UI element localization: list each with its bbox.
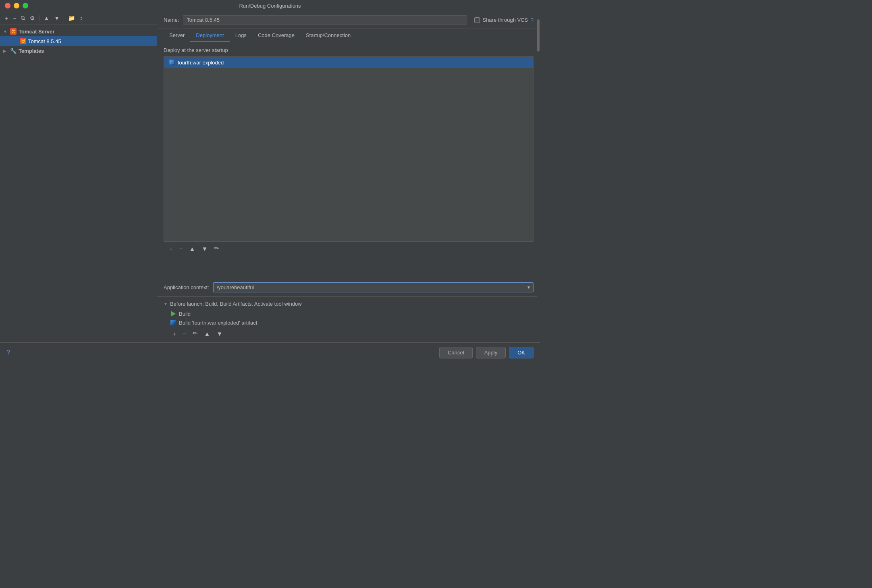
context-input[interactable] (214, 283, 524, 292)
context-dropdown-button[interactable]: ▼ (524, 284, 533, 291)
before-launch-label: Before launch: Build, Build Artifacts, A… (170, 301, 302, 307)
tab-code-coverage[interactable]: Code Coverage (252, 29, 300, 42)
remove-config-button[interactable]: − (11, 14, 18, 22)
tree-group-templates[interactable]: ▶ 🔧 Templates (0, 46, 157, 56)
templates-arrow: ▶ (3, 49, 10, 53)
config-tree: ▼ 🐱 Tomcat Server 🐱 Tomcat 8.5.45 ▶ 🔧 Te… (0, 25, 157, 342)
context-row: Application context: ▼ (157, 278, 540, 296)
launch-move-up-button[interactable]: ▲ (202, 329, 213, 338)
traffic-lights (5, 3, 28, 8)
main-content: Name: Share through VCS ? Server Deploym… (157, 11, 540, 342)
tomcat-server-icon: 🐱 (10, 28, 17, 35)
title-bar: Run/Debug Configurations (0, 0, 540, 11)
deploy-section-label: Deploy at the server startup (164, 47, 534, 53)
sidebar: + − ⧉ ⚙ ▲ ▼ 📁 ↕ ▼ 🐱 Tomcat Server (0, 11, 157, 342)
window-title: Run/Debug Configurations (239, 3, 301, 9)
tab-deployment[interactable]: Deployment (190, 29, 229, 42)
build-artifact-icon (170, 319, 176, 326)
context-input-wrapper: ▼ (213, 282, 534, 292)
tomcat-instance-icon: 🐱 (19, 37, 27, 45)
settings-config-button[interactable]: ⚙ (28, 14, 37, 22)
before-launch-section: ▼ Before launch: Build, Build Artifacts,… (157, 296, 540, 342)
tab-startup-connection[interactable]: Startup/Connection (300, 29, 356, 42)
deploy-list: fourth:war exploded (164, 56, 534, 242)
name-row: Name: Share through VCS ? (157, 11, 540, 29)
config-tabs: Server Deployment Logs Code Coverage Sta… (157, 29, 540, 42)
launch-items: Build Build 'fourth:war exploded' artifa… (164, 309, 534, 327)
before-launch-collapse-arrow: ▼ (164, 302, 168, 306)
launch-item-label-0: Build (179, 311, 191, 317)
share-checkbox[interactable] (474, 17, 480, 23)
deploy-item-0[interactable]: fourth:war exploded (164, 57, 533, 68)
deployment-tab-content: Deploy at the server startup fourth:war … (157, 42, 540, 342)
deploy-move-up-button[interactable]: ▲ (187, 244, 198, 253)
sort-button[interactable]: ↕ (78, 14, 84, 22)
right-scrollbar[interactable] (537, 11, 540, 342)
name-label: Name: (164, 17, 179, 23)
move-up-button[interactable]: ▲ (42, 14, 51, 22)
artifact-icon (168, 59, 175, 66)
launch-item-label-1: Build 'fourth:war exploded' artifact (179, 320, 257, 326)
tomcat-instance-label: Tomcat 8.5.45 (28, 38, 61, 44)
name-input[interactable] (183, 15, 467, 25)
deploy-remove-button[interactable]: − (177, 244, 185, 253)
cancel-button[interactable]: Cancel (439, 347, 472, 358)
svg-marker-0 (171, 311, 176, 317)
deploy-item-label-0: fourth:war exploded (178, 60, 224, 66)
folder-button[interactable]: 📁 (66, 14, 77, 22)
sidebar-toolbar: + − ⧉ ⚙ ▲ ▼ 📁 ↕ (0, 11, 157, 25)
share-area: Share through VCS ? (474, 17, 534, 23)
ok-button[interactable]: OK (509, 347, 534, 358)
close-button[interactable] (5, 3, 10, 8)
launch-remove-button[interactable]: − (180, 329, 189, 338)
deploy-add-button[interactable]: + (167, 244, 175, 253)
help-button[interactable]: ? (6, 349, 10, 356)
before-launch-toolbar: + − ✏ ▲ ▼ (164, 327, 534, 338)
bottom-bar: ? Cancel Apply OK (0, 342, 540, 362)
tree-group-tomcat[interactable]: ▼ 🐱 Tomcat Server (0, 27, 157, 36)
action-buttons: Cancel Apply OK (439, 347, 534, 358)
add-config-button[interactable]: + (3, 14, 10, 22)
launch-item-artifact[interactable]: Build 'fourth:war exploded' artifact (170, 318, 534, 327)
separator2 (64, 15, 64, 21)
before-launch-header[interactable]: ▼ Before launch: Build, Build Artifacts,… (164, 301, 534, 307)
deploy-move-down-button[interactable]: ▼ (199, 244, 210, 253)
deploy-list-toolbar: + − ▲ ▼ ✏ (164, 242, 534, 255)
scrollbar-thumb (537, 19, 540, 52)
share-label: Share through VCS (482, 17, 528, 23)
launch-edit-button[interactable]: ✏ (190, 329, 200, 338)
context-label: Application context: (164, 284, 209, 290)
deploy-edit-button[interactable]: ✏ (212, 244, 222, 253)
tomcat-server-group-label: Tomcat Server (19, 29, 54, 35)
move-down-button[interactable]: ▼ (52, 14, 61, 22)
tab-logs[interactable]: Logs (230, 29, 252, 42)
copy-config-button[interactable]: ⧉ (19, 14, 27, 22)
launch-item-build[interactable]: Build (170, 309, 534, 318)
launch-add-button[interactable]: + (170, 329, 179, 338)
launch-move-down-button[interactable]: ▼ (214, 329, 225, 338)
collapse-arrow: ▼ (3, 29, 10, 34)
maximize-button[interactable] (23, 3, 28, 8)
tree-item-tomcat-instance[interactable]: 🐱 Tomcat 8.5.45 (0, 36, 157, 46)
templates-label: Templates (19, 48, 44, 54)
config-content: Name: Share through VCS ? Server Deploym… (157, 11, 540, 342)
separator (39, 15, 39, 21)
tab-server[interactable]: Server (164, 29, 190, 42)
build-icon (170, 311, 176, 317)
minimize-button[interactable] (14, 3, 19, 8)
share-help-icon[interactable]: ? (530, 17, 534, 23)
apply-button[interactable]: Apply (476, 347, 506, 358)
deploy-section: Deploy at the server startup fourth:war … (157, 42, 540, 278)
templates-icon: 🔧 (10, 47, 17, 54)
